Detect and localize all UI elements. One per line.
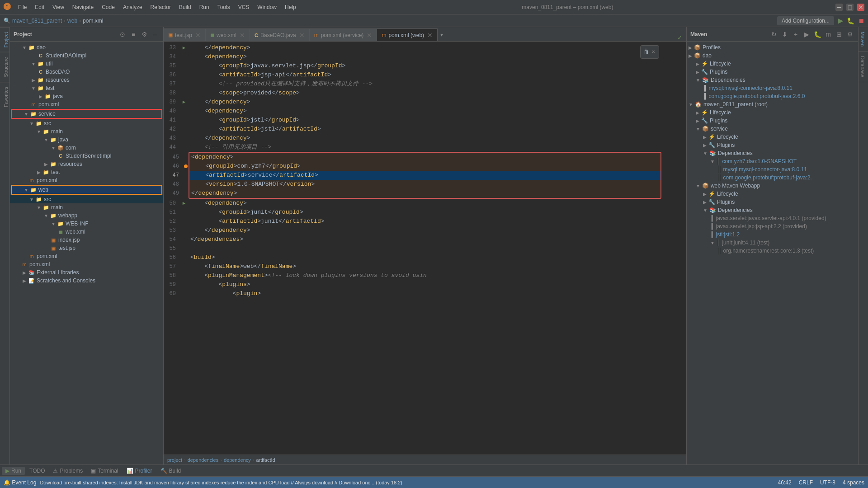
code-line-54[interactable]: 54 </dependencies> bbox=[164, 235, 686, 244]
tree-service-folder[interactable]: ▼ 📁 service bbox=[11, 109, 162, 119]
tree-svc-test[interactable]: ▶ 📁 test bbox=[10, 168, 163, 176]
tree-testjsp[interactable]: ▣ test.jsp bbox=[10, 244, 163, 252]
tree-basedao[interactable]: C BaseDAO bbox=[10, 68, 163, 76]
tab-webxml[interactable]: ◼ web.xml ✕ bbox=[206, 28, 250, 41]
menu-build[interactable]: Build bbox=[175, 2, 195, 12]
maven-web-module[interactable]: ▼ 📦 web Maven Webapp bbox=[687, 182, 858, 190]
tab-testjsp[interactable]: ▣ test.jsp ✕ bbox=[164, 28, 206, 41]
maven-dao-lifecycle[interactable]: ▶ ⚡ Lifecycle bbox=[687, 60, 858, 68]
maximize-button[interactable]: □ bbox=[846, 4, 854, 11]
breadcrumb-part-2[interactable]: web bbox=[67, 18, 77, 24]
problems-button[interactable]: ⚠ Problems bbox=[49, 467, 86, 475]
bc-dependency[interactable]: dependency bbox=[224, 457, 251, 463]
maven-profiles[interactable]: ▶ 📦 Profiles bbox=[687, 43, 858, 52]
tree-util-folder[interactable]: ▼ 📁 util bbox=[10, 60, 163, 68]
sidebar-actions[interactable]: ⊙ ≡ ⚙ – bbox=[118, 30, 160, 39]
tree-web-folder[interactable]: ▼ 📁 web bbox=[11, 185, 162, 195]
maven-jsp-dep[interactable]: ║ javax.servlet.jsp:jsp-api:2.2 (provide… bbox=[687, 222, 858, 230]
maven-refresh-button[interactable]: ↻ bbox=[769, 30, 778, 39]
sidebar-hide-button[interactable]: – bbox=[151, 30, 160, 39]
code-line-36[interactable]: 36 <artifactId>jsp-api</artifactId> bbox=[164, 70, 686, 80]
editor-content[interactable]: m̈ ✕ 33 ▶ </dependency> 34 <depende bbox=[164, 42, 686, 455]
tab-basedao[interactable]: C BaseDAO.java ✕ bbox=[250, 28, 310, 41]
stop-icon[interactable]: ⏹ bbox=[858, 17, 864, 24]
maven-side-tab[interactable]: Maven bbox=[859, 27, 868, 52]
code-line-37[interactable]: 37 <!-- provided只在编译时支持，发布时不拷贝文件 --> bbox=[164, 80, 686, 89]
tree-dao-folder[interactable]: ▼ 📁 dao bbox=[10, 43, 163, 52]
menu-window[interactable]: Window bbox=[254, 2, 280, 12]
tab-pom-service[interactable]: m pom.xml (service) ✕ bbox=[310, 28, 377, 41]
code-line-38[interactable]: 38 <scope>provided</scope> bbox=[164, 89, 686, 98]
project-side-tab[interactable]: Project bbox=[0, 27, 10, 52]
code-line-33[interactable]: 33 ▶ </dependency> bbox=[164, 43, 686, 52]
tree-external-libs[interactable]: ▶ 📚 External Libraries bbox=[10, 268, 163, 277]
event-log-button[interactable]: 🔔 Event Log bbox=[4, 479, 36, 486]
bc-project[interactable]: project bbox=[167, 457, 182, 463]
maven-mysql-dep[interactable]: ║ mysql:mysql-connector-java:8.0.11 bbox=[687, 84, 858, 92]
maven-dao[interactable]: ▶ 📦 dao bbox=[687, 52, 858, 60]
add-config-button[interactable]: Add Configuration... bbox=[777, 16, 834, 25]
code-line-51[interactable]: 51 <groupId>junit</groupId> bbox=[164, 208, 686, 217]
code-line-50[interactable]: 50 ▶ <dependency> bbox=[164, 199, 686, 208]
maven-jstl-dep[interactable]: ║ jstl:jstl:1.2 bbox=[687, 230, 858, 239]
maven-svc-dao-dep[interactable]: ▼ ║ com.yzh7:dao:1.0-SNAPSHOT bbox=[687, 157, 858, 165]
menu-file[interactable]: File bbox=[14, 2, 30, 12]
menu-tools[interactable]: Tools bbox=[214, 2, 234, 12]
tab-pom-web[interactable]: m pom.xml (web) ✕ bbox=[377, 28, 438, 41]
maven-actions[interactable]: ↻ ⬇ + ▶ 🐛 m ⊞ ⚙ bbox=[769, 30, 854, 39]
code-line-60[interactable]: 60 <plugin> bbox=[164, 289, 686, 298]
tab-overflow-button[interactable]: ▾ bbox=[438, 28, 446, 41]
maven-add-button[interactable]: + bbox=[791, 30, 800, 39]
maven-root-lifecycle[interactable]: ▶ ⚡ Lifecycle bbox=[687, 108, 858, 117]
code-line-41[interactable]: 41 <groupId>jstl</groupId> bbox=[164, 116, 686, 125]
tree-java-folder[interactable]: ▶ 📁 java bbox=[10, 92, 163, 100]
cursor-position[interactable]: 46:42 bbox=[778, 479, 792, 486]
code-line-59[interactable]: 59 <plugins> bbox=[164, 280, 686, 289]
tree-indexjsp[interactable]: ▣ index.jsp bbox=[10, 236, 163, 244]
encoding[interactable]: UTF-8 bbox=[820, 479, 835, 486]
breadcrumb-part-1[interactable]: maven_0811_parent bbox=[12, 18, 62, 24]
line-ending[interactable]: CRLF bbox=[799, 479, 813, 486]
notification-close[interactable]: ✕ bbox=[652, 47, 655, 56]
maven-web-plugins[interactable]: ▶ 🔧 Plugins bbox=[687, 198, 858, 206]
tree-resources-folder[interactable]: ▶ 📁 resources bbox=[10, 76, 163, 84]
debug-icon[interactable]: 🐛 bbox=[847, 17, 854, 24]
sidebar-settings-button[interactable]: ⚙ bbox=[140, 30, 149, 39]
menu-run[interactable]: Run bbox=[196, 2, 213, 12]
tree-web-pom[interactable]: m pom.xml bbox=[10, 252, 163, 260]
indent-info[interactable]: 4 spaces bbox=[843, 479, 864, 486]
maven-svc-lifecycle[interactable]: ▶ ⚡ Lifecycle bbox=[687, 133, 858, 141]
tree-studentdaoimpl[interactable]: C StudentDAOImpl bbox=[10, 52, 163, 60]
code-line-34[interactable]: 34 <dependency> bbox=[164, 52, 686, 61]
sidebar-collapse-button[interactable]: ≡ bbox=[129, 30, 138, 39]
code-line-35[interactable]: 35 <groupId>javax.servlet.jsp</groupId> bbox=[164, 61, 686, 70]
menu-code[interactable]: Code bbox=[98, 2, 118, 12]
tree-scratches[interactable]: ▶ 📝 Scratches and Consoles bbox=[10, 277, 163, 285]
maven-settings-button[interactable]: ⚙ bbox=[845, 30, 854, 39]
maven-servlet-dep[interactable]: ║ javax.servlet:javax.servlet-api:4.0.1 … bbox=[687, 214, 858, 222]
tree-web-main[interactable]: ▼ 📁 main bbox=[10, 203, 163, 211]
maven-svc-protobuf[interactable]: ║ com.google.protobuf:protobuf-java:2. bbox=[687, 174, 858, 182]
maven-download-button[interactable]: ⬇ bbox=[780, 30, 789, 39]
tree-webinf[interactable]: ▼ 📁 WEB-INF bbox=[10, 220, 163, 228]
menu-help[interactable]: Help bbox=[281, 2, 300, 12]
maven-dao-deps[interactable]: ▼ 📚 Dependencies bbox=[687, 76, 858, 84]
tree-web-src[interactable]: ▼ 📁 src bbox=[10, 195, 163, 203]
tree-webapp[interactable]: ▼ 📁 webapp bbox=[10, 211, 163, 220]
tab-close-icon[interactable]: ✕ bbox=[299, 32, 305, 39]
tree-root-pom[interactable]: m pom.xml bbox=[10, 260, 163, 268]
search-icon[interactable]: 🔍 bbox=[4, 18, 10, 24]
code-line-49[interactable]: 49 </dependency> bbox=[189, 189, 660, 198]
run-toolbar-button[interactable]: ▶ Run bbox=[2, 467, 25, 475]
code-line-39[interactable]: 39 ▶ </dependency> bbox=[164, 98, 686, 107]
close-button[interactable]: ✕ bbox=[857, 4, 864, 11]
bc-dependencies[interactable]: dependencies bbox=[188, 457, 219, 463]
maven-svc-deps[interactable]: ▼ 📚 Dependencies bbox=[687, 149, 858, 157]
maven-junit-dep[interactable]: ▼ ║ junit:junit:4.11 (test) bbox=[687, 239, 858, 247]
code-line-47[interactable]: 47 <artifactId>service</artifactId> bbox=[189, 171, 660, 180]
code-line-52[interactable]: 52 <artifactId>junit</artifactId> bbox=[164, 217, 686, 226]
bc-artifactid[interactable]: artifactId bbox=[256, 457, 275, 463]
sidebar-locate-button[interactable]: ⊙ bbox=[118, 30, 127, 39]
code-line-53[interactable]: 53 </dependency> bbox=[164, 226, 686, 235]
menu-edit[interactable]: Edit bbox=[31, 2, 48, 12]
